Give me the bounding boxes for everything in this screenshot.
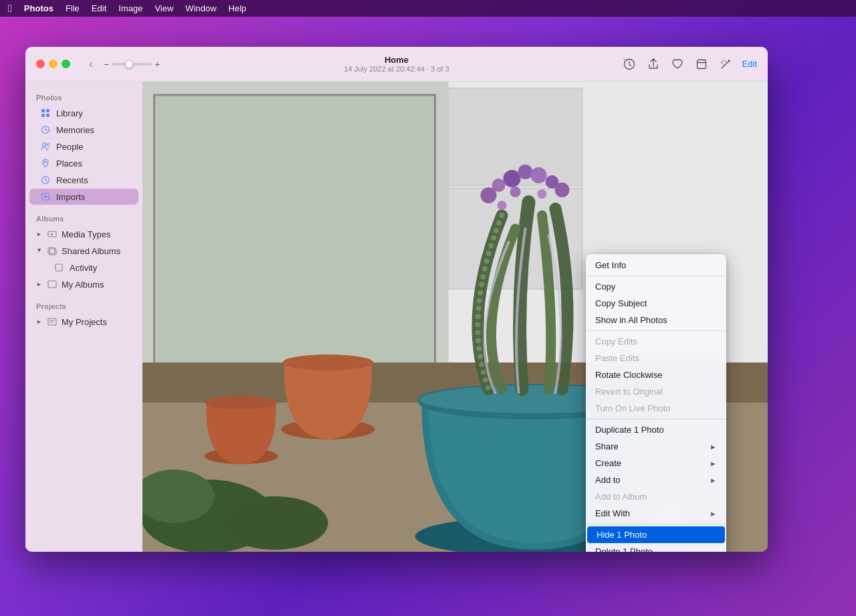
sidebar-item-imports[interactable]: Imports: [29, 189, 138, 205]
share-submenu-arrow: ►: [710, 443, 717, 451]
svg-point-41: [283, 354, 374, 371]
titlebar-center: Home 14 July 2022 at 20:42:44 · 3 of 3: [344, 55, 449, 73]
svg-rect-3: [46, 109, 49, 112]
add-to-submenu-arrow: ►: [710, 476, 717, 484]
apple-menu[interactable]: : [8, 3, 12, 15]
menu-view[interactable]: View: [154, 3, 173, 13]
photos-section-label: Photos: [25, 90, 142, 104]
svg-point-9: [45, 161, 47, 163]
menu-item-edit-with[interactable]: Edit With ►: [586, 505, 726, 522]
projects-section-label: Projects: [25, 298, 142, 313]
menu-item-revert-to-original: Revert to Original: [586, 383, 726, 400]
expand-icon[interactable]: [694, 57, 709, 72]
svg-point-37: [498, 201, 507, 210]
photo-subtitle: 14 July 2022 at 20:42:44 · 3 of 3: [344, 65, 449, 73]
menu-item-hide-1-photo[interactable]: Hide 1 Photo: [587, 526, 725, 543]
svg-point-31: [492, 179, 506, 192]
menu-item-duplicate-1-photo[interactable]: Duplicate 1 Photo: [586, 421, 726, 438]
edit-with-submenu-arrow: ►: [710, 510, 717, 518]
svg-point-33: [518, 165, 533, 179]
sidebar: Photos Library: [25, 82, 142, 552]
svg-rect-15: [56, 264, 62, 271]
menu-separator-4: [586, 524, 726, 524]
menu-help[interactable]: Help: [229, 3, 247, 13]
library-label: Library: [56, 108, 83, 118]
navigation: ‹ − +: [84, 57, 160, 72]
sidebar-item-my-albums[interactable]: ► My Albums: [29, 276, 138, 292]
sidebar-item-recents[interactable]: Recents: [29, 172, 138, 188]
photo-title: Home: [344, 55, 449, 65]
sidebar-item-library[interactable]: Library: [29, 105, 138, 121]
zoom-out-button[interactable]: −: [104, 59, 109, 70]
sidebar-item-my-projects[interactable]: ► My Projects: [29, 314, 138, 330]
sidebar-item-media-types[interactable]: ► Media Types: [29, 226, 138, 242]
places-icon: [40, 158, 51, 169]
menu-item-copy-subject[interactable]: Copy Subject: [586, 295, 726, 312]
imports-label: Imports: [56, 192, 85, 202]
my-albums-icon: [47, 279, 58, 290]
svg-rect-24: [154, 95, 435, 376]
expand-arrow-shared-albums: ►: [36, 247, 43, 254]
back-button[interactable]: ‹: [84, 57, 98, 72]
svg-rect-4: [41, 114, 45, 117]
menu-photos[interactable]: Photos: [24, 3, 54, 13]
menu-item-copy[interactable]: Copy: [586, 278, 726, 295]
enhance-icon[interactable]: [718, 57, 733, 72]
people-label: People: [56, 142, 83, 152]
activity-label: Activity: [70, 263, 97, 273]
favorite-icon[interactable]: [670, 57, 685, 72]
svg-rect-5: [46, 114, 49, 117]
edit-button[interactable]: Edit: [742, 59, 757, 69]
menu-item-delete-1-photo[interactable]: Delete 1 Photo: [586, 543, 726, 552]
expand-arrow-media-types: ►: [36, 231, 43, 237]
sidebar-item-shared-albums[interactable]: ► Shared Albums: [29, 243, 138, 259]
svg-point-7: [43, 143, 46, 146]
svg-point-36: [555, 183, 570, 197]
memories-label: Memories: [56, 125, 94, 135]
activity-icon: [54, 262, 64, 273]
menubar:  Photos File Edit Image View Window Hel…: [0, 0, 856, 17]
time-icon[interactable]: [622, 57, 637, 72]
slider-track[interactable]: [112, 63, 152, 66]
albums-section-label: Albums: [25, 211, 142, 225]
app-content: Photos Library: [25, 82, 768, 552]
menu-edit[interactable]: Edit: [92, 3, 106, 13]
share-icon[interactable]: [646, 57, 661, 72]
menu-file[interactable]: File: [66, 3, 80, 13]
titlebar: ‹ − + Home 14 July 2022 at 20:42:44 · 3 …: [25, 47, 768, 82]
create-submenu-arrow: ►: [710, 459, 717, 468]
svg-point-34: [531, 167, 547, 183]
minimize-button[interactable]: [49, 60, 58, 68]
traffic-lights: [36, 60, 70, 68]
svg-point-39: [538, 189, 547, 199]
media-types-label: Media Types: [62, 229, 110, 239]
svg-point-43: [205, 396, 278, 409]
photo-area[interactable]: Get Info Copy Copy Subject Show in All P…: [142, 82, 768, 552]
menu-item-create[interactable]: Create ►: [586, 455, 726, 472]
app-window: ‹ − + Home 14 July 2022 at 20:42:44 · 3 …: [25, 47, 768, 552]
menu-item-rotate-clockwise[interactable]: Rotate Clockwise: [586, 367, 726, 383]
sidebar-item-activity[interactable]: Activity: [29, 260, 138, 276]
sidebar-item-memories[interactable]: Memories: [29, 122, 138, 138]
menu-item-add-to[interactable]: Add to ►: [586, 472, 726, 488]
expand-arrow-my-projects: ►: [36, 318, 43, 325]
places-label: Places: [56, 159, 82, 169]
menu-item-turn-on-live-photo: Turn On Live Photo: [586, 400, 726, 417]
recents-icon: [40, 175, 51, 185]
menu-item-paste-edits: Paste Edits: [586, 350, 726, 367]
fullscreen-button[interactable]: [62, 60, 70, 68]
menu-item-get-info[interactable]: Get Info: [586, 257, 726, 274]
menu-item-show-in-all-photos[interactable]: Show in All Photos: [586, 312, 726, 328]
menu-image[interactable]: Image: [118, 3, 142, 13]
zoom-in-button[interactable]: +: [154, 59, 160, 70]
menu-item-share[interactable]: Share ►: [586, 438, 726, 455]
sidebar-item-people[interactable]: People: [29, 138, 138, 155]
menu-window[interactable]: Window: [185, 3, 216, 13]
sidebar-item-places[interactable]: Places: [29, 155, 138, 171]
close-button[interactable]: [36, 60, 45, 68]
slider-thumb[interactable]: [125, 60, 133, 68]
context-menu: Get Info Copy Copy Subject Show in All P…: [586, 254, 726, 552]
media-types-icon: [47, 229, 58, 239]
svg-rect-16: [48, 281, 56, 288]
zoom-slider: − +: [104, 59, 160, 70]
